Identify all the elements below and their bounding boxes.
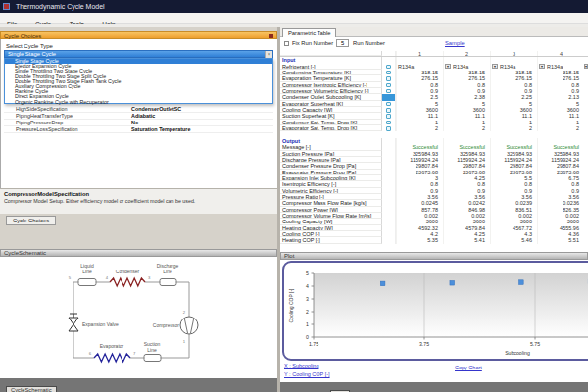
checkbox-icon[interactable] bbox=[386, 83, 391, 88]
checkbox-icon[interactable] bbox=[386, 126, 391, 131]
plot-area-wrap: 0123451.753.755.75SubcoolingCooling COP … bbox=[280, 260, 588, 382]
value-cell[interactable]: 2 bbox=[396, 125, 443, 131]
y-axis-link[interactable]: Y : Cooling COP [-] bbox=[284, 371, 330, 377]
column-header[interactable]: 4 bbox=[537, 51, 584, 56]
y-tick-label: 3 bbox=[306, 296, 309, 302]
pin-icon[interactable] bbox=[270, 34, 273, 38]
suction-line-component[interactable] bbox=[144, 355, 161, 362]
property-value: No bbox=[131, 120, 138, 125]
header-corner bbox=[280, 51, 382, 56]
left-bottom-tabbar: CycleSchematic bbox=[0, 378, 277, 392]
expansion-valve-component[interactable] bbox=[69, 324, 78, 331]
compressor-label: Compressor bbox=[153, 322, 180, 328]
discharge-line-label: Line bbox=[163, 269, 172, 274]
cycle-type-combobox[interactable]: Single Stage Cycle ▾ bbox=[4, 50, 273, 58]
dropdown-icon[interactable]: ▾ bbox=[492, 64, 498, 69]
x-tick-label: 3.75 bbox=[419, 341, 429, 347]
cycle-choices-tabstrip: Cycle Choices bbox=[0, 214, 277, 249]
right-bottom-tabbar: Cycle Plot Plot bbox=[280, 382, 588, 392]
y-tick-label: 4 bbox=[306, 283, 309, 289]
evaporator-label: Evaporator bbox=[100, 343, 124, 349]
checkbox-icon[interactable] bbox=[386, 102, 391, 107]
liquid-line-label: Line bbox=[82, 269, 92, 274]
parametric-tabstrip: Parametric Table bbox=[280, 27, 588, 37]
value-cell[interactable]: 2 bbox=[443, 125, 490, 131]
node-number: 1 bbox=[183, 339, 186, 344]
header-checkbox-corner bbox=[382, 51, 396, 56]
tab-cycle-schematic[interactable]: CycleSchematic bbox=[6, 386, 57, 392]
title-bar[interactable]: Thermodynamic Cycle Model bbox=[0, 0, 588, 13]
table-row: Heating COP [-]5.355.415.465.51 bbox=[280, 237, 588, 243]
x-axis-link[interactable]: X : Subcooling bbox=[284, 363, 318, 368]
discharge-line-component[interactable] bbox=[160, 279, 176, 286]
cell-value: 2 bbox=[576, 125, 579, 131]
cycle-choices-header[interactable]: Cycle Choices bbox=[0, 31, 277, 39]
checkbox-icon[interactable] bbox=[386, 65, 391, 70]
dropdown-icon[interactable]: ▾ bbox=[584, 64, 588, 69]
data-point[interactable] bbox=[380, 281, 385, 286]
dropdown-icon[interactable]: ▾ bbox=[539, 64, 545, 69]
value-cell: 5.51 bbox=[537, 237, 584, 243]
table-row: Evaporator Sat. Temp. Drop [K]2222 bbox=[280, 125, 588, 131]
fix-run-label: Fix Run Number bbox=[292, 40, 333, 46]
cell-value: 5.41 bbox=[474, 237, 485, 243]
cycle-schematic-header[interactable]: CycleSchematic bbox=[0, 249, 277, 257]
property-name: PipingHeatTransferType bbox=[4, 113, 131, 119]
column-header-partial bbox=[584, 51, 588, 56]
cell-value: 5.51 bbox=[568, 237, 579, 243]
dropdown-icon[interactable]: ▾ bbox=[445, 64, 451, 69]
cell-value: 2 bbox=[529, 125, 532, 131]
data-point[interactable] bbox=[450, 280, 455, 285]
partial-cell bbox=[584, 237, 588, 243]
value-cell[interactable]: 2 bbox=[490, 125, 537, 131]
value-cell[interactable]: 2 bbox=[537, 125, 584, 131]
y-tick-label: 2 bbox=[306, 309, 309, 315]
property-row[interactable]: PressureLossSpecificationSaturation Temp… bbox=[4, 126, 273, 133]
node-number: 4 bbox=[106, 275, 109, 280]
tab-cycle-choices[interactable]: Cycle Choices bbox=[6, 216, 56, 225]
condenser-coil[interactable] bbox=[110, 278, 145, 286]
plot-panel-header[interactable]: Plot bbox=[280, 252, 588, 260]
value-cell: 5.41 bbox=[443, 237, 490, 243]
chevron-down-icon[interactable]: ▾ bbox=[265, 51, 272, 58]
column-header[interactable]: 3 bbox=[490, 51, 537, 56]
row-label: Evaporator Sat. Temp. Drop [K] bbox=[280, 125, 382, 131]
table-controls: Fix Run Number Run Number Sample bbox=[280, 37, 588, 51]
combo-value: Single Stage Cycle bbox=[8, 51, 56, 57]
sample-link[interactable]: Sample bbox=[445, 40, 465, 46]
description-title: CompressorModelSpecification bbox=[4, 191, 273, 197]
cycle-type-option[interactable]: Organic Rankine Cycle with Recuperator bbox=[5, 100, 272, 105]
property-row[interactable]: HighSideSpecificationCondenserOutletSC bbox=[4, 106, 273, 113]
row-checkbox-cell[interactable] bbox=[382, 237, 396, 243]
checkbox-icon[interactable] bbox=[386, 114, 391, 119]
cell-value: 5.46 bbox=[521, 237, 532, 243]
column-header[interactable]: 1 bbox=[396, 51, 443, 56]
liquid-line-component[interactable] bbox=[78, 279, 96, 286]
x-tick-label: 5.75 bbox=[530, 341, 540, 347]
cycle-schematic-title: CycleSchematic bbox=[4, 250, 46, 256]
property-row[interactable]: PipingPressureDropNo bbox=[4, 120, 273, 126]
checkbox-icon[interactable] bbox=[386, 108, 391, 113]
row-checkbox-cell[interactable] bbox=[382, 125, 396, 131]
tab-parametric-table[interactable]: Parametric Table bbox=[282, 28, 336, 37]
run-number-input[interactable] bbox=[336, 39, 349, 47]
cell-value: 2 bbox=[435, 125, 438, 131]
evaporator-coil[interactable] bbox=[94, 354, 130, 362]
right-panel: Parametric Table Fix Run Number Run Numb… bbox=[280, 27, 588, 392]
y-tick-label: 0 bbox=[306, 334, 309, 340]
expansion-valve-component[interactable] bbox=[69, 318, 78, 324]
data-point[interactable] bbox=[519, 280, 524, 285]
property-value: CondenserOutletSC bbox=[131, 106, 181, 112]
compressor-component[interactable] bbox=[180, 317, 198, 334]
fix-run-checkbox[interactable] bbox=[284, 41, 289, 46]
checkbox-icon[interactable] bbox=[386, 121, 391, 125]
property-value: Saturation Temperature bbox=[131, 126, 190, 132]
copy-chart-link[interactable]: Copy Chart bbox=[455, 365, 482, 370]
checkbox-icon[interactable] bbox=[386, 76, 391, 81]
checkbox-icon[interactable] bbox=[386, 71, 391, 75]
column-header[interactable]: 2 bbox=[443, 51, 490, 56]
property-row[interactable]: PipingHeatTransferTypeAdiabatic bbox=[4, 113, 273, 120]
node-number: 6 bbox=[89, 351, 92, 356]
checkbox-icon[interactable] bbox=[386, 89, 391, 94]
y-axis-label: Cooling COP [-] bbox=[288, 288, 294, 323]
